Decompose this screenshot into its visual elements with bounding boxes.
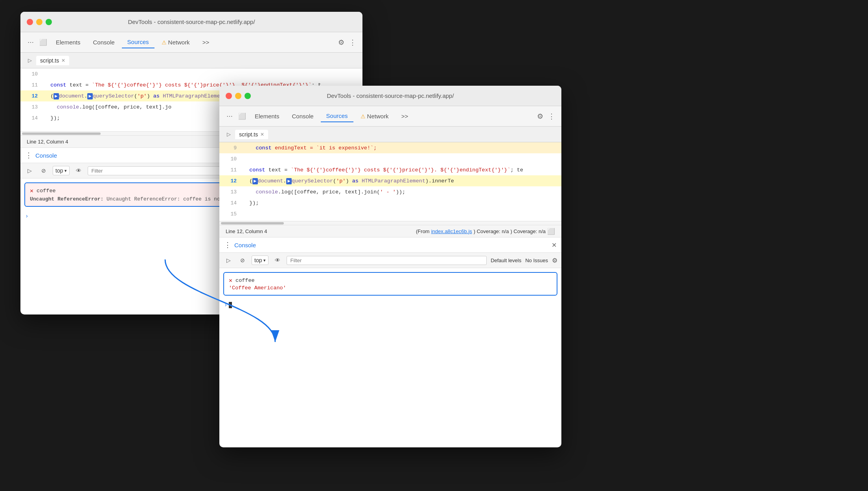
console-close-2[interactable]: ✕ — [552, 241, 557, 249]
cursor-position-2: Line 12, Column 4 — [226, 228, 267, 234]
console-menu-1[interactable]: ⋮ — [25, 151, 32, 160]
default-levels-2[interactable]: Default levels — [491, 257, 521, 263]
console-sidebar-btn-2[interactable]: ▷ — [223, 255, 234, 265]
window-title-1: DevTools - consistent-source-map-pc.netl… — [128, 18, 255, 25]
more-icon-2[interactable]: ⋮ — [546, 110, 557, 122]
w2-code-line-13: 13 console.log([coffee, price, text].joi… — [219, 186, 561, 197]
top-dropdown-chevron-2: ▾ — [263, 258, 266, 263]
tab-console-1[interactable]: Console — [88, 37, 120, 48]
no-issues-2: No Issues — [525, 257, 548, 263]
tab-elements-1[interactable]: Elements — [50, 37, 86, 48]
w2-code-line-10: 10 — [219, 153, 561, 164]
device-icon-2[interactable]: ⬜ — [237, 111, 248, 122]
cursor-position-1: Line 12, Column 4 — [27, 139, 68, 145]
console-eye-btn-2[interactable]: 👁 — [272, 255, 283, 265]
top-dropdown-1[interactable]: top ▾ — [53, 166, 70, 175]
scrollbar-thumb-2[interactable] — [221, 222, 284, 224]
maximize-button-2[interactable] — [245, 93, 251, 99]
file-tab-1[interactable]: script.ts ✕ — [36, 56, 69, 65]
top-dropdown-2[interactable]: top ▾ — [252, 256, 268, 265]
success-header-2: ✕ coffee — [229, 277, 552, 284]
console-cursor-2 — [229, 302, 232, 308]
file-tab-label-1: script.ts — [40, 57, 59, 64]
error-x-icon-1: ✕ — [30, 187, 33, 195]
sidebar-toggle-2[interactable]: ▷ — [224, 130, 234, 139]
tab-sources-1[interactable]: Sources — [122, 36, 154, 48]
minimize-button-1[interactable] — [36, 19, 42, 25]
console-toolbar-2: ▷ ⊘ top ▾ 👁 Default levels No Issues ⚙ — [219, 253, 561, 268]
console-menu-2[interactable]: ⋮ — [224, 241, 231, 249]
console-sidebar-btn-1[interactable]: ▷ — [24, 166, 35, 176]
tab-console-2[interactable]: Console — [287, 110, 319, 122]
console-section-2: ⋮ Console ✕ ▷ ⊘ top ▾ 👁 Default levels N… — [219, 237, 561, 311]
w2-code-line-9: 9 const endingText = `it is expensive!`; — [219, 142, 561, 153]
success-box-2: ✕ coffee 'Coffee Americano' — [223, 272, 557, 296]
traffic-lights-1 — [27, 19, 52, 25]
console-eye-btn-1[interactable]: 👁 — [74, 166, 84, 176]
console-header-2: ⋮ Console ✕ — [219, 237, 561, 253]
tab-bar-1: ⋯ ⬜ Elements Console Sources ⚠ Network >… — [20, 32, 362, 53]
w2-code-line-15: 15 — [219, 208, 561, 219]
traffic-lights-2 — [226, 93, 251, 99]
close-button-1[interactable] — [27, 19, 33, 25]
file-tab-row-2: ▷ script.ts ✕ — [219, 127, 561, 142]
error-message-1: Uncaught ReferenceError: coffee is not d… — [107, 196, 238, 202]
console-title-1: Console — [35, 152, 57, 159]
file-tab-close-2[interactable]: ✕ — [260, 132, 264, 137]
tab-more-1[interactable]: >> — [197, 37, 215, 48]
console-title-2: Console — [234, 242, 256, 248]
console-prompt-2: › — [224, 302, 227, 308]
scrollbar-thumb-1[interactable] — [22, 132, 101, 135]
tab-network-1[interactable]: ⚠ Network — [156, 37, 195, 48]
close-button-2[interactable] — [226, 93, 232, 99]
w2-code-line-14: 14 }); — [219, 197, 561, 208]
console-clear-btn-1[interactable]: ⊘ — [39, 166, 49, 176]
warning-icon-1: ⚠ — [162, 39, 167, 46]
device-icon-1[interactable]: ⬜ — [38, 37, 49, 48]
success-value-2: 'Coffee Americano' — [229, 285, 552, 291]
console-input-row-2[interactable]: › — [219, 300, 561, 311]
scrollbar-2[interactable] — [219, 221, 561, 225]
source-link-2[interactable]: index.a8c1ec6b.js — [431, 228, 472, 234]
settings-icon-2[interactable]: ⚙ — [535, 110, 545, 122]
status-bar-2: Line 12, Column 4 (From index.a8c1ec6b.j… — [219, 225, 561, 237]
maximize-button-1[interactable] — [46, 19, 52, 25]
success-var-name-2: coffee — [235, 278, 255, 283]
coverage-icon-2: ⬜ — [547, 228, 555, 235]
code-area-2: 9 const endingText = `it is expensive!`;… — [219, 142, 561, 221]
tab-network-2[interactable]: ⚠ Network — [355, 110, 394, 122]
title-bar-2: DevTools - consistent-source-map-pc.netl… — [219, 86, 561, 106]
console-clear-btn-2[interactable]: ⊘ — [237, 255, 248, 265]
tab-elements-2[interactable]: Elements — [249, 110, 285, 122]
minimize-button-2[interactable] — [235, 93, 241, 99]
warning-icon-2: ⚠ — [360, 113, 366, 120]
w2-code-line-12: 12 (▶document.▶querySelector('p') as HTM… — [219, 175, 561, 186]
window-title-2: DevTools - consistent-source-map-pc.netl… — [327, 92, 454, 99]
code-line-10: 10 — [20, 68, 362, 79]
tab-sources-2[interactable]: Sources — [321, 110, 353, 122]
more-icon-1[interactable]: ⋮ — [348, 37, 358, 48]
inspect-icon-2[interactable]: ⋯ — [224, 111, 235, 122]
sidebar-toggle-1[interactable]: ▷ — [25, 56, 35, 65]
w2-code-line-11: 11 const text = `The ${'{'}coffee{'}'} c… — [219, 164, 561, 175]
title-bar-1: DevTools - consistent-source-map-pc.netl… — [20, 12, 362, 32]
success-x-icon-2: ✕ — [229, 277, 232, 284]
file-tab-row-1: ▷ script.ts ✕ — [20, 53, 362, 68]
inspect-icon-1[interactable]: ⋯ — [25, 37, 36, 48]
settings-gear-2[interactable]: ⚙ — [552, 257, 557, 264]
settings-icon-1[interactable]: ⚙ — [337, 37, 346, 48]
tab-bar-2: ⋯ ⬜ Elements Console Sources ⚠ Network >… — [219, 106, 561, 127]
tab-more-2[interactable]: >> — [396, 110, 414, 122]
filter-input-2[interactable] — [287, 256, 487, 265]
file-tab-close-1[interactable]: ✕ — [61, 58, 65, 63]
error-name-1: coffee — [37, 188, 56, 194]
file-tab-label-2: script.ts — [239, 131, 258, 138]
devtools-window-2: DevTools - consistent-source-map-pc.netl… — [219, 86, 561, 447]
success-container-2: ✕ coffee 'Coffee Americano' — [219, 272, 561, 296]
top-dropdown-chevron-1: ▾ — [64, 168, 67, 173]
file-tab-2[interactable]: script.ts ✕ — [235, 130, 268, 139]
